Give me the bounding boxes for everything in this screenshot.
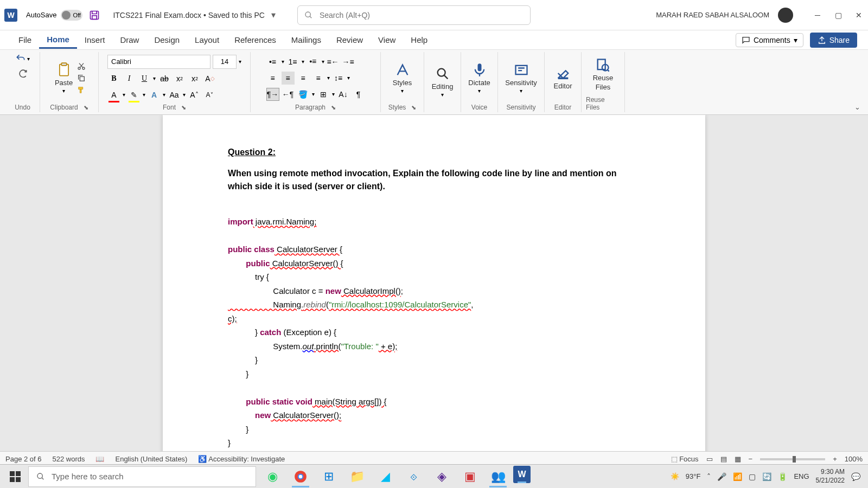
- ltr-button[interactable]: ¶→: [266, 88, 279, 101]
- copy-icon[interactable]: [77, 74, 86, 82]
- borders-button[interactable]: ⊞: [317, 88, 330, 101]
- multilevel-button[interactable]: ⦁≡: [307, 55, 320, 68]
- dictate-button[interactable]: Dictate ▾: [466, 60, 492, 96]
- zoom-level[interactable]: 100%: [845, 455, 863, 463]
- show-marks-button[interactable]: ¶: [352, 88, 365, 101]
- tab-references[interactable]: References: [227, 32, 284, 48]
- taskbar-search[interactable]: Type here to search: [28, 466, 256, 487]
- spellcheck-icon[interactable]: 📖: [95, 455, 104, 463]
- undo-dropdown-icon[interactable]: ▾: [27, 56, 30, 62]
- grow-font-button[interactable]: A˄: [188, 88, 201, 101]
- paste-button[interactable]: Paste ▾: [53, 60, 75, 96]
- search-box[interactable]: [297, 5, 531, 25]
- word-count[interactable]: 522 words: [53, 455, 85, 463]
- italic-button[interactable]: I: [123, 72, 136, 85]
- taskbar-teams-icon[interactable]: 👥: [485, 466, 511, 487]
- save-icon[interactable]: [89, 10, 100, 21]
- clipboard-launcher-icon[interactable]: ⬊: [84, 104, 88, 111]
- tray-wifi-icon[interactable]: 📶: [733, 472, 742, 481]
- tab-view[interactable]: View: [371, 32, 403, 48]
- tray-clock[interactable]: 9:30 AM 5/21/2022: [816, 468, 845, 485]
- page-info[interactable]: Page 2 of 6: [5, 455, 42, 463]
- align-left-button[interactable]: ≡: [266, 72, 279, 85]
- tray-chevron-icon[interactable]: ˄: [707, 472, 711, 481]
- cut-icon[interactable]: [77, 62, 86, 70]
- maximize-button[interactable]: ▢: [833, 10, 843, 20]
- font-launcher-icon[interactable]: ⬊: [181, 104, 186, 111]
- start-button[interactable]: [3, 466, 27, 487]
- focus-mode[interactable]: ⬚ Focus: [671, 455, 699, 463]
- styles-button[interactable]: Styles ▾: [391, 60, 414, 96]
- taskbar-explorer-icon[interactable]: 📁: [344, 466, 370, 487]
- editor-button[interactable]: Editor: [552, 63, 575, 92]
- tab-help[interactable]: Help: [403, 32, 435, 48]
- autosave-toggle[interactable]: Off: [61, 10, 82, 21]
- taskbar-chrome-icon[interactable]: [288, 466, 314, 487]
- zoom-in-icon[interactable]: +: [833, 455, 837, 463]
- highlight-button[interactable]: ✎: [127, 88, 141, 101]
- change-case-button[interactable]: Aa: [168, 88, 181, 101]
- rtl-button[interactable]: ←¶: [282, 88, 295, 101]
- share-button[interactable]: Share: [810, 33, 857, 48]
- accessibility-status[interactable]: ♿ Accessibility: Investigate: [198, 455, 285, 463]
- tab-layout[interactable]: Layout: [187, 32, 227, 48]
- tab-design[interactable]: Design: [146, 32, 187, 48]
- bold-button[interactable]: B: [107, 72, 120, 85]
- print-layout-icon[interactable]: ▤: [720, 455, 727, 463]
- underline-button[interactable]: U: [138, 72, 151, 85]
- tab-mailings[interactable]: Mailings: [284, 32, 329, 48]
- tray-cast-icon[interactable]: ▢: [749, 472, 756, 481]
- styles-launcher-icon[interactable]: ⬊: [411, 104, 416, 111]
- paragraph-launcher-icon[interactable]: ⬊: [331, 104, 336, 111]
- tray-battery-icon[interactable]: 🔋: [778, 472, 787, 481]
- numbering-button[interactable]: 1≡: [286, 55, 299, 68]
- user-avatar[interactable]: [778, 8, 793, 23]
- align-right-button[interactable]: ≡: [297, 72, 310, 85]
- taskbar-app1-icon[interactable]: ◢: [372, 466, 398, 487]
- tray-mic-icon[interactable]: 🎤: [717, 472, 726, 481]
- undo-icon[interactable]: [15, 53, 26, 64]
- taskbar-store-icon[interactable]: ⊞: [316, 466, 342, 487]
- justify-button[interactable]: ≡: [312, 72, 325, 85]
- align-center-button[interactable]: ≡: [282, 72, 295, 85]
- close-button[interactable]: ✕: [854, 10, 864, 20]
- superscript-button[interactable]: x2: [188, 72, 201, 85]
- minimize-button[interactable]: ─: [813, 10, 822, 20]
- tray-language[interactable]: ENG: [794, 472, 809, 480]
- weather-icon[interactable]: ☀️: [671, 472, 679, 480]
- subscript-button[interactable]: x2: [173, 72, 186, 85]
- taskbar-whatsapp-icon[interactable]: ◉: [259, 466, 285, 487]
- document-area[interactable]: Question 2: When using remote method inv…: [0, 115, 868, 460]
- shrink-font-button[interactable]: A˅: [203, 88, 216, 101]
- reuse-files-button[interactable]: Reuse Files: [591, 55, 616, 93]
- tab-home[interactable]: Home: [39, 31, 77, 49]
- taskbar-app2-icon[interactable]: ▣: [457, 466, 483, 487]
- clear-formatting-button[interactable]: A◇: [203, 72, 216, 85]
- editing-button[interactable]: Editing ▾: [430, 64, 456, 100]
- taskbar-vs-icon[interactable]: ◈: [429, 466, 455, 487]
- comments-button[interactable]: Comments ▾: [736, 33, 803, 47]
- weather-temp[interactable]: 93°F: [686, 472, 701, 480]
- line-spacing-button[interactable]: ↕≡: [332, 72, 345, 85]
- sensitivity-button[interactable]: Sensitivity ▾: [503, 60, 539, 96]
- redo-icon[interactable]: [17, 68, 28, 79]
- sort-button[interactable]: A↓: [337, 88, 350, 101]
- search-input[interactable]: [320, 11, 524, 20]
- collapse-ribbon-icon[interactable]: ⌄: [854, 103, 860, 111]
- tab-review[interactable]: Review: [329, 32, 371, 48]
- tab-insert[interactable]: Insert: [77, 32, 113, 48]
- decrease-indent-button[interactable]: ≡←: [327, 55, 340, 68]
- format-painter-icon[interactable]: [77, 86, 86, 94]
- font-size-select[interactable]: [213, 55, 237, 69]
- tray-notifications-icon[interactable]: 💬: [851, 472, 860, 481]
- shading-button[interactable]: 🪣: [297, 88, 310, 101]
- font-color-button[interactable]: A: [107, 88, 120, 101]
- text-effects-button[interactable]: A: [148, 88, 161, 101]
- strikethrough-button[interactable]: ab: [158, 72, 171, 85]
- title-dropdown-icon[interactable]: ▾: [271, 10, 276, 20]
- bullets-button[interactable]: •≡: [266, 55, 279, 68]
- taskbar-vscode-icon[interactable]: ⟐: [400, 466, 426, 487]
- tab-file[interactable]: File: [11, 32, 39, 48]
- font-name-select[interactable]: [107, 55, 210, 69]
- increase-indent-button[interactable]: →≡: [342, 55, 355, 68]
